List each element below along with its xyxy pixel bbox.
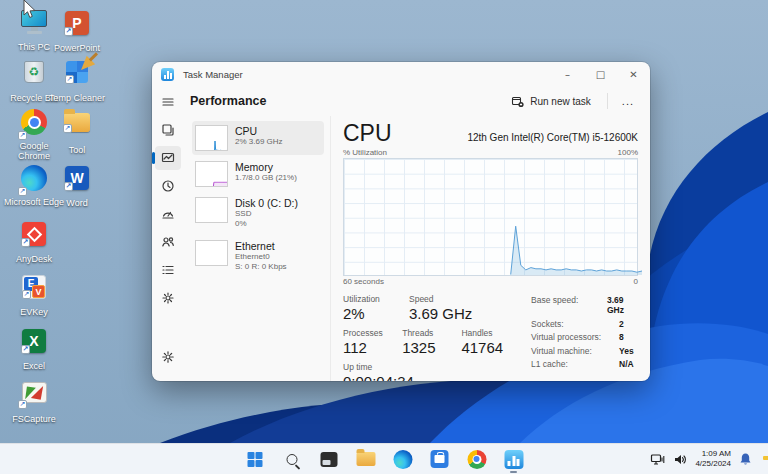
minimize-button[interactable]: –: [551, 62, 584, 86]
cpu-sparkline: [195, 125, 228, 151]
running-app-indicator: [510, 471, 517, 474]
fscapture-icon: ↗: [19, 382, 49, 412]
cpu-utilization-graph: [343, 158, 638, 276]
uptime-label: Up time: [343, 362, 414, 372]
processes-value: 112: [343, 339, 398, 356]
taskbar: 1:09 AM 4/25/2024: [0, 443, 768, 474]
memory-sparkline: [195, 161, 228, 187]
taskbar-store-button[interactable]: [428, 447, 452, 471]
clock[interactable]: 1:09 AM 4/25/2024: [695, 449, 731, 470]
desktop-icon-powerpoint[interactable]: P↗ PowerPoint: [46, 8, 108, 53]
chrome-icon: ↗: [19, 109, 49, 139]
desktop-icon-word[interactable]: W↗ Word: [46, 163, 108, 208]
settings-gear-icon[interactable]: [155, 345, 181, 369]
ethernet-sparkline: [195, 240, 228, 266]
mouse-cursor: [22, 0, 36, 20]
notification-bell-icon[interactable]: [739, 452, 752, 466]
desktop-icon-tool-folder[interactable]: ↗ Tool: [46, 107, 108, 155]
base-speed-label: Base speed:: [531, 295, 607, 315]
nav-details-icon[interactable]: [155, 258, 181, 282]
nav-processes-icon[interactable]: [155, 118, 181, 142]
evkey-icon: EV↗: [19, 275, 49, 305]
window-title: Task Manager: [183, 69, 243, 80]
page-header: Performance Run new task ...: [184, 86, 650, 116]
sockets-value: 2: [619, 319, 624, 329]
cpu-stats: Utilization 2% Speed 3.69 GHz: [343, 294, 638, 381]
disk-sparkline: [195, 197, 228, 223]
run-new-task-button[interactable]: Run new task: [503, 91, 599, 112]
graph-x-right-label: 0: [634, 277, 638, 286]
page-title: Performance: [190, 94, 266, 108]
search-icon: [286, 454, 297, 465]
desktop-icon-excel[interactable]: X↗ Excel: [3, 326, 65, 371]
windows-logo-icon: [247, 452, 262, 467]
speed-label: Speed: [409, 294, 509, 304]
anydesk-icon: ↗: [19, 222, 49, 252]
start-button[interactable]: [243, 447, 267, 471]
graph-y-axis-label: % Utilization: [343, 148, 387, 157]
graph-x-left-label: 60 seconds: [343, 277, 384, 286]
desktop-icon-temp-cleaner[interactable]: ↗ Temp Cleaner: [46, 58, 108, 103]
taskbar-file-explorer-button[interactable]: [354, 447, 378, 471]
virtual-processors-value: 8: [619, 332, 624, 342]
task-manager-icon: [504, 450, 523, 469]
taskbar-edge-button[interactable]: [391, 447, 415, 471]
word-icon: W↗: [62, 166, 92, 196]
more-options-button[interactable]: ...: [616, 93, 640, 109]
desktop-icon-fscapture[interactable]: ↗ FSCapture: [3, 378, 65, 424]
task-manager-nav-rail: [152, 86, 184, 381]
virtual-processors-label: Virtual processors:: [531, 332, 619, 342]
virtual-machine-label: Virtual machine:: [531, 346, 619, 356]
chrome-icon: [467, 450, 486, 469]
taskbar-chrome-button[interactable]: [465, 447, 489, 471]
threads-label: Threads: [402, 328, 457, 338]
perf-item-ethernet[interactable]: Ethernet Ethernet0 S: 0 R: 0 Kbps: [192, 236, 324, 277]
nav-users-icon[interactable]: [155, 230, 181, 254]
temp-cleaner-icon: ↗: [62, 61, 92, 91]
edge-icon: [393, 450, 412, 469]
base-speed-value: 3.69 GHz: [607, 295, 638, 315]
processes-label: Processes: [343, 328, 398, 338]
desktop-icon-evkey[interactable]: EV↗ EVKey: [3, 272, 65, 317]
hamburger-menu-icon[interactable]: [155, 90, 181, 114]
network-tray-icon[interactable]: [650, 453, 665, 466]
cpu-model-name: 12th Gen Intel(R) Core(TM) i5-12600K: [467, 132, 638, 143]
folder-icon: ↗: [62, 113, 92, 143]
header-separator: [607, 93, 608, 109]
powerpoint-icon: P↗: [62, 11, 92, 41]
handles-value: 41764: [461, 339, 513, 356]
nav-performance-icon[interactable]: [155, 146, 181, 170]
task-manager-window: Task Manager – □ ✕: [152, 62, 650, 381]
nav-services-icon[interactable]: [155, 286, 181, 310]
uptime-value: 0:00:04:34: [343, 373, 414, 381]
sockets-label: Sockets:: [531, 319, 619, 329]
volume-tray-icon[interactable]: [673, 453, 687, 466]
handles-label: Handles: [461, 328, 513, 338]
desktop-icon-anydesk[interactable]: ↗ AnyDesk: [3, 219, 65, 264]
microsoft-store-icon: [431, 450, 449, 468]
virtual-machine-value: Yes: [619, 346, 634, 356]
utilization-value: 2%: [343, 305, 405, 322]
task-manager-app-icon: [161, 68, 174, 81]
performance-sidebar: CPU 2% 3.69 GHz Memory 1.7/8.0 GB (21%): [184, 116, 330, 381]
tray-time: 1:09 AM: [695, 449, 731, 459]
edge-icon: ↗: [19, 165, 49, 195]
nav-app-history-icon[interactable]: [155, 174, 181, 198]
titlebar[interactable]: Task Manager – □ ✕: [152, 62, 650, 86]
taskbar-search-button[interactable]: [280, 447, 304, 471]
dark-app-icon: [320, 452, 337, 467]
perf-item-disk[interactable]: Disk 0 (C: D:) SSD 0%: [192, 193, 324, 234]
threads-value: 1325: [402, 339, 457, 356]
maximize-button[interactable]: □: [584, 62, 617, 86]
cpu-detail-pane: CPU 12th Gen Intel(R) Core(TM) i5-12600K…: [330, 116, 650, 381]
taskbar-dark-app-button[interactable]: [317, 447, 341, 471]
windows-desktop: { "desktop": { "icons": [ {"label": "Thi…: [0, 0, 768, 474]
close-button[interactable]: ✕: [617, 62, 650, 86]
nav-startup-apps-icon[interactable]: [155, 202, 181, 226]
utilization-label: Utilization: [343, 294, 405, 304]
graph-y-max-label: 100%: [618, 148, 638, 157]
perf-item-memory[interactable]: Memory 1.7/8.0 GB (21%): [192, 157, 324, 191]
taskbar-task-manager-button[interactable]: [502, 447, 526, 471]
tray-date: 4/25/2024: [695, 459, 731, 469]
perf-item-cpu[interactable]: CPU 2% 3.69 GHz: [192, 121, 324, 155]
